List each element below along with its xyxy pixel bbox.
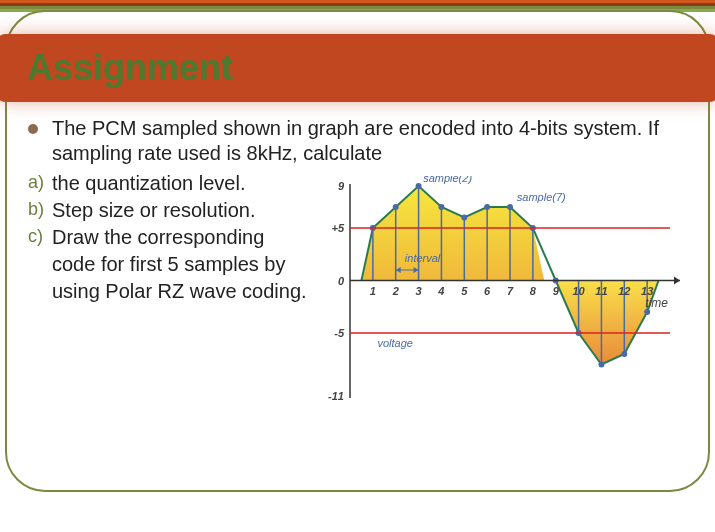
- bullet-icon: [28, 124, 38, 134]
- annot-time: time: [645, 296, 668, 310]
- item-label: c): [28, 224, 52, 248]
- x-tick-label: 6: [484, 285, 491, 297]
- y-tick-label: -11: [328, 390, 344, 402]
- x-tick-label: 8: [530, 285, 537, 297]
- header-band: Assignment: [0, 34, 715, 102]
- y-tick-label: +5: [331, 222, 344, 234]
- sample-dot: [507, 204, 513, 210]
- annot-sample2: sample(2): [423, 176, 472, 184]
- x-tick-label: 3: [416, 285, 422, 297]
- sample-dot: [598, 362, 604, 368]
- intro-text: The PCM sampled shown in graph are encod…: [52, 116, 687, 166]
- x-tick-label: 1: [370, 285, 376, 297]
- arrow-icon: [674, 277, 680, 285]
- item-text: Draw the corresponding code for first 5 …: [52, 224, 312, 305]
- y-tick-label: 9: [338, 180, 345, 192]
- x-tick-label: 12: [618, 285, 630, 297]
- item-label: a): [28, 170, 52, 194]
- x-tick-label: 10: [572, 285, 585, 297]
- x-tick-label: 5: [461, 285, 468, 297]
- sample-dot: [484, 204, 490, 210]
- item-label: b): [28, 197, 52, 221]
- annot-voltage: voltage: [377, 337, 412, 349]
- pcm-chart: 9+50-5-1112345678910111213sample(2)sampl…: [310, 176, 690, 416]
- x-tick-label: 4: [437, 285, 444, 297]
- x-tick-label: 9: [553, 285, 560, 297]
- sample-dot: [644, 309, 650, 315]
- sample-dot: [393, 204, 399, 210]
- x-tick-label: 7: [507, 285, 514, 297]
- x-tick-label: 2: [392, 285, 399, 297]
- sample-dot: [461, 215, 467, 221]
- sample-dot: [416, 183, 422, 189]
- intro-row: The PCM sampled shown in graph are encod…: [28, 116, 687, 166]
- chart-svg: 9+50-5-1112345678910111213sample(2)sampl…: [310, 176, 690, 416]
- annot-sample7: sample(7): [517, 191, 566, 203]
- sample-dot: [621, 351, 627, 357]
- slide-title: Assignment: [27, 47, 233, 89]
- item-text: Step size or resolution.: [52, 197, 255, 224]
- x-tick-label: 11: [595, 285, 607, 297]
- sample-dot: [438, 204, 444, 210]
- annot-interval: interval: [405, 252, 441, 264]
- y-tick-label: 0: [338, 275, 345, 287]
- item-text: the quantization level.: [52, 170, 245, 197]
- y-tick-label: -5: [334, 327, 345, 339]
